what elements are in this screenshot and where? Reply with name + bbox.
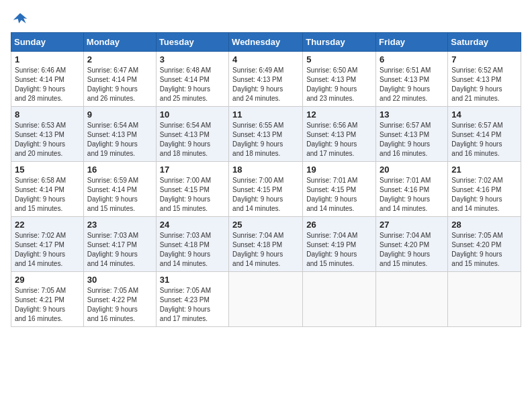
day-number: 24: [160, 220, 225, 230]
calendar-cell: 1Sunrise: 6:46 AM Sunset: 4:14 PM Daylig…: [11, 52, 84, 107]
logo: [11, 11, 32, 27]
day-info: Sunrise: 7:05 AM Sunset: 4:23 PM Dayligh…: [160, 286, 225, 324]
calendar-cell: 8Sunrise: 6:53 AM Sunset: 4:13 PM Daylig…: [11, 107, 84, 162]
calendar-cell: 6Sunrise: 6:51 AM Sunset: 4:13 PM Daylig…: [376, 52, 448, 107]
calendar-cell: 24Sunrise: 7:03 AM Sunset: 4:18 PM Dayli…: [156, 217, 228, 272]
calendar-week-row: 22Sunrise: 7:02 AM Sunset: 4:17 PM Dayli…: [11, 217, 521, 272]
day-info: Sunrise: 7:02 AM Sunset: 4:17 PM Dayligh…: [15, 231, 80, 269]
day-number: 6: [380, 54, 444, 64]
day-info: Sunrise: 7:01 AM Sunset: 4:15 PM Dayligh…: [306, 176, 372, 214]
weekday-header: Monday: [83, 33, 156, 52]
day-info: Sunrise: 6:55 AM Sunset: 4:13 PM Dayligh…: [232, 121, 299, 158]
weekday-header: Thursday: [303, 33, 376, 52]
weekday-header: Saturday: [448, 33, 521, 52]
day-number: 8: [15, 109, 80, 120]
day-number: 12: [306, 109, 372, 120]
day-info: Sunrise: 6:51 AM Sunset: 4:13 PM Dayligh…: [380, 66, 444, 103]
day-number: 16: [87, 165, 152, 175]
day-number: 2: [87, 54, 152, 64]
calendar-cell: [376, 272, 448, 327]
calendar-cell: 20Sunrise: 7:01 AM Sunset: 4:16 PM Dayli…: [376, 162, 448, 217]
day-number: 19: [306, 165, 372, 175]
day-info: Sunrise: 6:49 AM Sunset: 4:13 PM Dayligh…: [232, 66, 299, 103]
calendar-week-row: 15Sunrise: 6:58 AM Sunset: 4:14 PM Dayli…: [11, 162, 521, 217]
day-info: Sunrise: 6:58 AM Sunset: 4:14 PM Dayligh…: [15, 176, 80, 214]
day-number: 14: [451, 109, 517, 120]
calendar-cell: [229, 272, 303, 327]
logo-bird-icon: [11, 11, 30, 27]
weekday-header: Sunday: [11, 33, 84, 52]
day-number: 30: [87, 275, 152, 285]
svg-marker-0: [13, 13, 28, 23]
calendar-week-row: 29Sunrise: 7:05 AM Sunset: 4:21 PM Dayli…: [11, 272, 521, 327]
calendar-cell: 2Sunrise: 6:47 AM Sunset: 4:14 PM Daylig…: [83, 52, 156, 107]
calendar-cell: 29Sunrise: 7:05 AM Sunset: 4:21 PM Dayli…: [11, 272, 84, 327]
day-info: Sunrise: 7:01 AM Sunset: 4:16 PM Dayligh…: [380, 176, 444, 214]
day-number: 15: [15, 165, 80, 175]
day-info: Sunrise: 6:59 AM Sunset: 4:14 PM Dayligh…: [87, 176, 152, 214]
calendar-table: SundayMondayTuesdayWednesdayThursdayFrid…: [11, 32, 521, 327]
calendar-cell: 12Sunrise: 6:56 AM Sunset: 4:13 PM Dayli…: [303, 107, 376, 162]
day-info: Sunrise: 6:47 AM Sunset: 4:14 PM Dayligh…: [87, 66, 152, 103]
day-number: 18: [232, 165, 299, 175]
calendar-cell: 30Sunrise: 7:05 AM Sunset: 4:22 PM Dayli…: [83, 272, 156, 327]
day-number: 5: [306, 54, 372, 64]
day-number: 13: [380, 109, 444, 120]
day-number: 3: [160, 54, 225, 64]
page-header: [11, 11, 521, 27]
day-number: 25: [232, 220, 299, 230]
weekday-header: Wednesday: [229, 33, 303, 52]
day-number: 10: [160, 109, 225, 120]
day-info: Sunrise: 7:04 AM Sunset: 4:18 PM Dayligh…: [232, 231, 299, 269]
day-number: 28: [451, 220, 517, 230]
calendar-cell: 28Sunrise: 7:05 AM Sunset: 4:20 PM Dayli…: [448, 217, 521, 272]
calendar-cell: 11Sunrise: 6:55 AM Sunset: 4:13 PM Dayli…: [229, 107, 303, 162]
day-info: Sunrise: 7:05 AM Sunset: 4:20 PM Dayligh…: [451, 231, 517, 269]
day-number: 21: [451, 165, 517, 175]
calendar-cell: 14Sunrise: 6:57 AM Sunset: 4:14 PM Dayli…: [448, 107, 521, 162]
day-info: Sunrise: 6:48 AM Sunset: 4:14 PM Dayligh…: [160, 66, 225, 103]
day-number: 4: [232, 54, 299, 64]
day-info: Sunrise: 7:04 AM Sunset: 4:20 PM Dayligh…: [380, 231, 444, 269]
calendar-cell: 31Sunrise: 7:05 AM Sunset: 4:23 PM Dayli…: [156, 272, 228, 327]
calendar-cell: 26Sunrise: 7:04 AM Sunset: 4:19 PM Dayli…: [303, 217, 376, 272]
day-info: Sunrise: 6:52 AM Sunset: 4:13 PM Dayligh…: [451, 66, 517, 103]
day-info: Sunrise: 7:03 AM Sunset: 4:17 PM Dayligh…: [87, 231, 152, 269]
day-number: 11: [232, 109, 299, 120]
day-info: Sunrise: 6:54 AM Sunset: 4:13 PM Dayligh…: [160, 121, 225, 158]
day-number: 29: [15, 275, 80, 285]
day-number: 9: [87, 109, 152, 120]
calendar-cell: 9Sunrise: 6:54 AM Sunset: 4:13 PM Daylig…: [83, 107, 156, 162]
calendar-week-row: 8Sunrise: 6:53 AM Sunset: 4:13 PM Daylig…: [11, 107, 521, 162]
day-info: Sunrise: 7:03 AM Sunset: 4:18 PM Dayligh…: [160, 231, 225, 269]
calendar-cell: 15Sunrise: 6:58 AM Sunset: 4:14 PM Dayli…: [11, 162, 84, 217]
calendar-cell: 3Sunrise: 6:48 AM Sunset: 4:14 PM Daylig…: [156, 52, 228, 107]
day-number: 27: [380, 220, 444, 230]
day-info: Sunrise: 6:53 AM Sunset: 4:13 PM Dayligh…: [15, 121, 80, 158]
calendar-cell: [303, 272, 376, 327]
calendar-cell: [448, 272, 521, 327]
calendar-cell: 19Sunrise: 7:01 AM Sunset: 4:15 PM Dayli…: [303, 162, 376, 217]
day-info: Sunrise: 7:02 AM Sunset: 4:16 PM Dayligh…: [451, 176, 517, 214]
day-number: 1: [15, 54, 80, 64]
weekday-header: Tuesday: [156, 33, 228, 52]
day-info: Sunrise: 6:54 AM Sunset: 4:13 PM Dayligh…: [87, 121, 152, 158]
calendar-cell: 16Sunrise: 6:59 AM Sunset: 4:14 PM Dayli…: [83, 162, 156, 217]
day-number: 7: [451, 54, 517, 64]
day-info: Sunrise: 7:00 AM Sunset: 4:15 PM Dayligh…: [232, 176, 299, 214]
day-number: 17: [160, 165, 225, 175]
day-info: Sunrise: 7:04 AM Sunset: 4:19 PM Dayligh…: [306, 231, 372, 269]
calendar-cell: 27Sunrise: 7:04 AM Sunset: 4:20 PM Dayli…: [376, 217, 448, 272]
calendar-cell: 18Sunrise: 7:00 AM Sunset: 4:15 PM Dayli…: [229, 162, 303, 217]
day-info: Sunrise: 7:05 AM Sunset: 4:21 PM Dayligh…: [15, 286, 80, 324]
calendar-cell: 5Sunrise: 6:50 AM Sunset: 4:13 PM Daylig…: [303, 52, 376, 107]
day-info: Sunrise: 6:57 AM Sunset: 4:13 PM Dayligh…: [380, 121, 444, 158]
calendar-cell: 23Sunrise: 7:03 AM Sunset: 4:17 PM Dayli…: [83, 217, 156, 272]
day-number: 22: [15, 220, 80, 230]
calendar-cell: 17Sunrise: 7:00 AM Sunset: 4:15 PM Dayli…: [156, 162, 228, 217]
day-info: Sunrise: 7:05 AM Sunset: 4:22 PM Dayligh…: [87, 286, 152, 324]
calendar-cell: 22Sunrise: 7:02 AM Sunset: 4:17 PM Dayli…: [11, 217, 84, 272]
calendar-week-row: 1Sunrise: 6:46 AM Sunset: 4:14 PM Daylig…: [11, 52, 521, 107]
day-number: 31: [160, 275, 225, 285]
calendar-cell: 7Sunrise: 6:52 AM Sunset: 4:13 PM Daylig…: [448, 52, 521, 107]
